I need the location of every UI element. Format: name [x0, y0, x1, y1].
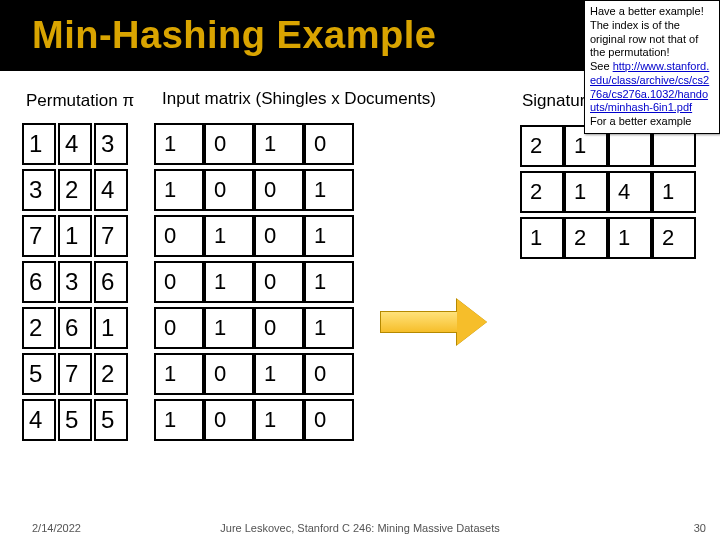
- comment-note: Have a better example! The index is of t…: [584, 0, 720, 134]
- footer-page-number: 30: [694, 522, 706, 534]
- perm-cell: 4: [94, 169, 128, 211]
- table-row: 0 1 0 1: [154, 307, 354, 349]
- footer-credit: Jure Leskovec, Stanford C 246: Mining Ma…: [0, 522, 720, 534]
- input-cell: 1: [304, 215, 354, 257]
- table-row: 1 2 1 2: [520, 217, 696, 259]
- input-cell: 1: [154, 399, 204, 441]
- perm-cell: 1: [58, 215, 92, 257]
- perm-cell: 5: [94, 399, 128, 441]
- label-permutation: Permutation π: [26, 91, 134, 111]
- perm-cell: 5: [58, 399, 92, 441]
- sig-cell: 2: [564, 217, 608, 259]
- input-cell: 1: [304, 307, 354, 349]
- input-cell: 1: [254, 123, 304, 165]
- input-matrix-table: 1 0 1 0 1 0 0 1 0 1 0 1 0 1 0 1: [154, 119, 354, 445]
- perm-cell: 2: [22, 307, 56, 349]
- sig-cell: 1: [520, 217, 564, 259]
- input-cell: 0: [304, 353, 354, 395]
- input-cell: 1: [154, 123, 204, 165]
- perm-cell: 4: [58, 123, 92, 165]
- perm-cell: 1: [94, 307, 128, 349]
- arrow-icon: [380, 299, 490, 345]
- input-cell: 0: [254, 307, 304, 349]
- input-cell: 1: [154, 353, 204, 395]
- permutation-columns: 1 3 7 6 2 5 4 4 2 1 3 6 7 5 3 4 7 6: [22, 119, 128, 445]
- table-row: 2 1 4 1: [520, 171, 696, 213]
- perm-cell: 3: [94, 123, 128, 165]
- input-cell: 1: [204, 261, 254, 303]
- perm-col-2: 3 4 7 6 1 2 5: [94, 119, 128, 445]
- input-cell: 0: [254, 169, 304, 211]
- input-cell: 0: [254, 215, 304, 257]
- sig-cell: 2: [520, 125, 564, 167]
- table-row: 1 0 1 0: [154, 399, 354, 441]
- perm-cell: 3: [22, 169, 56, 211]
- input-cell: 1: [204, 307, 254, 349]
- signature-matrix-table: 2 1 2 1 4 1 1 2 1 2: [520, 121, 696, 263]
- table-row: 1 0 0 1: [154, 169, 354, 211]
- table-row: 1 0 1 0: [154, 353, 354, 395]
- table-row: 0 1 0 1: [154, 261, 354, 303]
- perm-cell: 7: [94, 215, 128, 257]
- input-cell: 0: [304, 399, 354, 441]
- input-cell: 1: [204, 215, 254, 257]
- sig-cell: 2: [520, 171, 564, 213]
- sig-cell: 2: [652, 217, 696, 259]
- note-text-1: Have a better example! The index is of t…: [590, 5, 704, 58]
- perm-cell: 1: [22, 123, 56, 165]
- perm-cell: 2: [58, 169, 92, 211]
- perm-cell: 6: [58, 307, 92, 349]
- input-cell: 0: [254, 261, 304, 303]
- sig-cell: 1: [564, 171, 608, 213]
- input-cell: 0: [154, 307, 204, 349]
- input-cell: 0: [204, 353, 254, 395]
- input-cell: 1: [304, 169, 354, 211]
- perm-cell: 6: [94, 261, 128, 303]
- input-cell: 1: [254, 399, 304, 441]
- input-cell: 0: [154, 215, 204, 257]
- sig-cell: 4: [608, 171, 652, 213]
- note-text-2: See: [590, 60, 610, 72]
- perm-col-1: 4 2 1 3 6 7 5: [58, 119, 92, 445]
- perm-cell: 5: [22, 353, 56, 395]
- input-cell: 0: [204, 399, 254, 441]
- perm-cell: 4: [22, 399, 56, 441]
- input-cell: 0: [204, 169, 254, 211]
- input-cell: 0: [204, 123, 254, 165]
- label-input-matrix: Input matrix (Shingles x Documents): [162, 89, 436, 109]
- input-cell: 1: [304, 261, 354, 303]
- sig-cell: 1: [652, 171, 696, 213]
- perm-cell: 6: [22, 261, 56, 303]
- perm-cell: 7: [58, 353, 92, 395]
- perm-cell: 7: [22, 215, 56, 257]
- input-cell: 1: [254, 353, 304, 395]
- table-row: 1 0 1 0: [154, 123, 354, 165]
- sig-cell: 1: [608, 217, 652, 259]
- input-cell: 0: [304, 123, 354, 165]
- perm-col-0: 1 3 7 6 2 5 4: [22, 119, 56, 445]
- perm-cell: 2: [94, 353, 128, 395]
- note-text-3: For a better example: [590, 115, 692, 127]
- input-cell: 0: [154, 261, 204, 303]
- input-cell: 1: [154, 169, 204, 211]
- table-row: 0 1 0 1: [154, 215, 354, 257]
- perm-cell: 3: [58, 261, 92, 303]
